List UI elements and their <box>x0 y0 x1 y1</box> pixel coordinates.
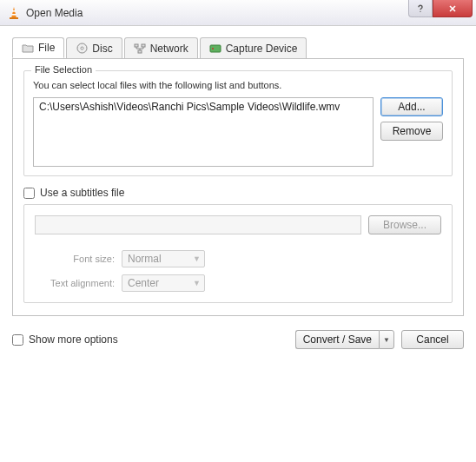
help-button[interactable] <box>408 0 433 17</box>
tab-capture[interactable]: Capture Device <box>200 37 307 58</box>
disc-icon <box>76 43 88 55</box>
text-alignment-combo: Center ▼ <box>122 274 205 292</box>
window-title: Open Media <box>26 7 83 19</box>
svg-point-4 <box>420 10 420 11</box>
capture-icon <box>209 43 221 55</box>
show-more-options-row[interactable]: Show more options <box>12 333 118 346</box>
vlc-cone-icon <box>7 6 21 20</box>
window-buttons <box>408 0 476 17</box>
cancel-button[interactable]: Cancel <box>401 330 464 349</box>
svg-rect-3 <box>10 17 18 19</box>
font-size-value: Normal <box>128 253 162 265</box>
text-alignment-value: Center <box>128 277 159 289</box>
add-button[interactable]: Add... <box>380 97 443 116</box>
svg-rect-7 <box>135 44 138 47</box>
file-icon <box>22 42 34 54</box>
dialog-body: File Disc Network Capture Device File Se… <box>0 26 476 358</box>
close-button[interactable] <box>433 0 473 17</box>
list-item[interactable]: C:\Users\Ashish\Videos\Ranchi Pics\Sampl… <box>37 100 369 114</box>
use-subtitles-checkbox[interactable] <box>23 188 35 199</box>
svg-rect-9 <box>138 50 142 53</box>
browse-subtitles-button: Browse... <box>368 215 441 234</box>
svg-rect-2 <box>11 14 16 16</box>
use-subtitles-label: Use a subtitles file <box>40 187 124 199</box>
svg-rect-10 <box>210 45 221 52</box>
show-more-options-label: Show more options <box>29 333 118 346</box>
font-size-combo: Normal ▼ <box>122 250 205 267</box>
show-more-options-checkbox[interactable] <box>12 334 23 346</box>
tab-network[interactable]: Network <box>124 37 198 58</box>
svg-point-11 <box>212 48 214 50</box>
file-selection-group: File Selection You can select local file… <box>23 70 453 176</box>
chevron-down-icon: ▼ <box>193 279 201 287</box>
subtitles-path-input <box>35 215 361 234</box>
titlebar: Open Media <box>0 0 476 26</box>
subtitles-group: Browse... Font size: Normal ▼ Text align… <box>23 204 453 303</box>
use-subtitles-row[interactable]: Use a subtitles file <box>23 187 453 199</box>
svg-marker-0 <box>11 7 17 18</box>
chevron-down-icon: ▼ <box>193 254 201 263</box>
footer: Show more options Convert / Save ▼ Cance… <box>12 330 464 349</box>
file-selection-title: File Selection <box>31 64 96 75</box>
font-size-label: Font size: <box>35 254 115 264</box>
tab-panel-file: File Selection You can select local file… <box>12 58 464 316</box>
tab-disc[interactable]: Disc <box>66 37 122 58</box>
tab-capture-label: Capture Device <box>226 43 298 55</box>
convert-save-dropdown[interactable]: ▼ <box>379 330 394 349</box>
svg-rect-8 <box>142 44 145 47</box>
tab-file[interactable]: File <box>12 37 64 58</box>
network-icon <box>134 43 146 55</box>
svg-point-6 <box>81 47 83 50</box>
tab-disc-label: Disc <box>92 43 112 55</box>
tab-network-label: Network <box>150 43 188 55</box>
remove-button[interactable]: Remove <box>380 122 443 141</box>
text-alignment-label: Text alignment: <box>35 278 115 288</box>
chevron-down-icon: ▼ <box>383 336 390 344</box>
svg-rect-1 <box>12 10 16 12</box>
tabstrip: File Disc Network Capture Device <box>12 37 464 59</box>
convert-save-button[interactable]: Convert / Save <box>295 330 379 349</box>
convert-save-splitbutton: Convert / Save ▼ <box>295 330 394 349</box>
tab-file-label: File <box>38 42 55 54</box>
file-list[interactable]: C:\Users\Ashish\Videos\Ranchi Pics\Sampl… <box>33 97 374 167</box>
file-selection-instruction: You can select local files with the foll… <box>33 80 443 90</box>
